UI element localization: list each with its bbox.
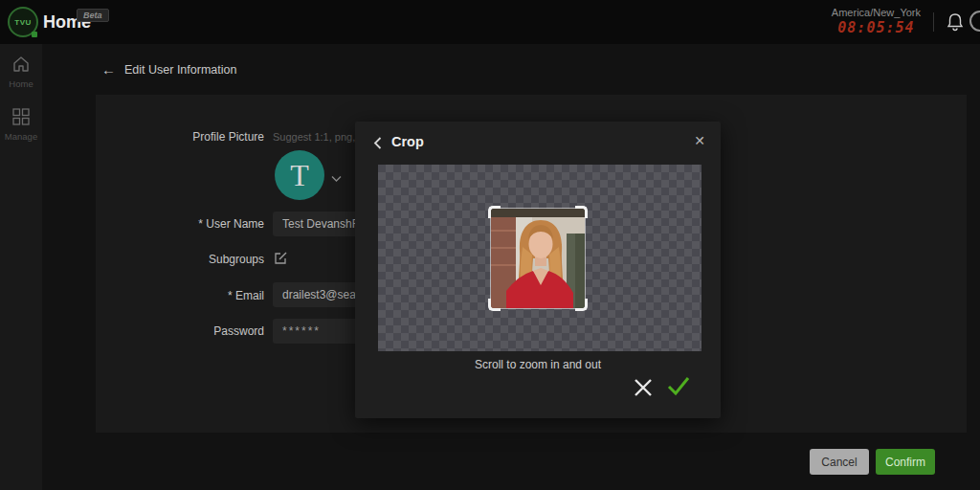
- page-title: Edit User Information: [124, 63, 236, 77]
- app-title[interactable]: Home: [43, 0, 91, 44]
- user-avatar[interactable]: [969, 11, 980, 32]
- back-arrow-icon: ←: [101, 62, 116, 77]
- profile-picture-label: Profile Picture: [92, 130, 264, 144]
- sidebar-item-label: Home: [0, 78, 42, 89]
- crop-confirm-icon[interactable]: [666, 374, 691, 401]
- profile-avatar-letter: T: [290, 158, 309, 193]
- home-icon: [0, 56, 42, 77]
- crop-canvas[interactable]: [378, 165, 702, 351]
- manage-icon: [0, 108, 42, 129]
- cancel-button[interactable]: Cancel: [810, 449, 869, 475]
- confirm-button[interactable]: Confirm: [876, 449, 935, 475]
- crop-handle-bottom-right[interactable]: [575, 299, 588, 311]
- portrait-photo: [491, 209, 585, 308]
- crop-photo[interactable]: [491, 209, 585, 308]
- crop-handle-top-left[interactable]: [488, 206, 501, 218]
- crop-handle-top-right[interactable]: [575, 206, 588, 218]
- crop-modal: Crop ✕: [355, 122, 721, 418]
- app-root: TVU Home Beta America/New_York 08:05:54 …: [0, 0, 980, 490]
- notification-bell-icon[interactable]: [947, 12, 964, 32]
- crop-handle-bottom-left[interactable]: [488, 299, 501, 311]
- modal-back-icon[interactable]: [373, 136, 382, 153]
- sidebar-item-manage[interactable]: Manage: [0, 89, 42, 142]
- close-icon[interactable]: ✕: [694, 133, 705, 148]
- password-label: Password: [92, 324, 264, 338]
- topbar-divider: [933, 12, 934, 32]
- chevron-down-icon[interactable]: [331, 169, 342, 187]
- profile-avatar[interactable]: T: [275, 150, 324, 200]
- top-bar: TVU Home Beta America/New_York 08:05:54: [0, 0, 980, 44]
- crop-hint-text: Scroll to zoom in and out: [355, 358, 721, 371]
- sidebar: Home Manage: [0, 44, 42, 490]
- subgroups-edit-icon[interactable]: [274, 251, 288, 269]
- user-name-label: * User Name: [92, 217, 264, 231]
- back-navigation[interactable]: ← Edit User Information: [101, 62, 236, 77]
- crop-modal-title: Crop: [391, 134, 424, 149]
- tvu-logo-dot: [32, 32, 37, 37]
- timezone-label: America/New_York: [832, 7, 921, 18]
- subgroups-label: Subgroups: [92, 253, 264, 266]
- sidebar-item-home[interactable]: Home: [0, 44, 42, 89]
- tvu-logo-text: TVU: [14, 18, 32, 27]
- timezone-clock: America/New_York 08:05:54: [832, 7, 921, 36]
- crop-cancel-icon[interactable]: [633, 377, 654, 402]
- crop-modal-header: Crop ✕: [355, 122, 721, 164]
- sidebar-item-label: Manage: [0, 131, 42, 142]
- email-label: * Email: [92, 289, 264, 302]
- digital-clock: 08:05:54: [832, 19, 921, 36]
- beta-badge: Beta: [77, 9, 109, 22]
